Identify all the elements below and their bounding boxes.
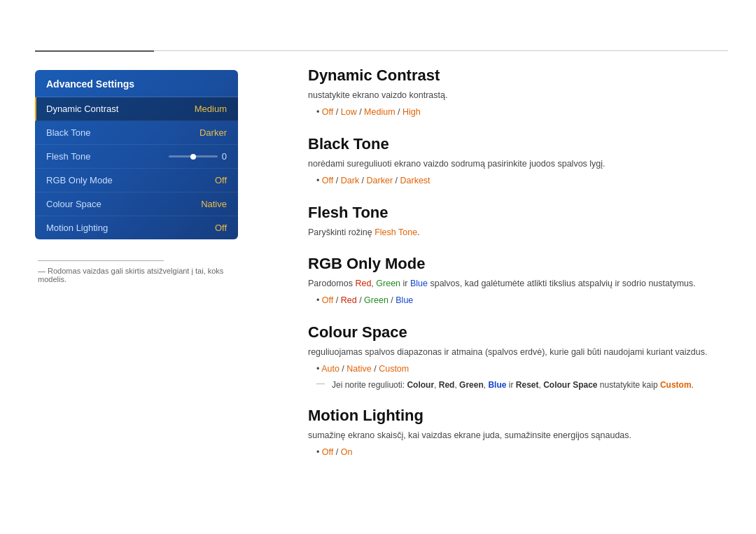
opt-on-ml: On [341, 447, 353, 457]
right-content: Dynamic Contrast nustatykite ekrano vaiz… [308, 66, 728, 475]
section-black-tone: Black Tone norėdami sureguliuoti ekrano … [308, 135, 728, 188]
section-desc-dynamic-contrast: nustatykite ekrano vaizdo kontrastą. [308, 89, 728, 102]
section-title-rgb-only-mode: RGB Only Mode [308, 255, 728, 273]
slider-thumb [190, 154, 196, 160]
section-motion-lighting: Motion Lighting sumažinę ekrano skaisčį,… [308, 407, 728, 460]
menu-item-colour-space[interactable]: Colour Space Native [35, 192, 238, 216]
note-text: — Rodomas vaizdas gali skirtis atsižvelg… [38, 267, 235, 283]
opt-low-dc: Low [341, 107, 357, 117]
note-divider [38, 260, 164, 261]
section-flesh-tone: Flesh Tone Paryškinti rožinę Flesh Tone. [308, 204, 728, 239]
opt-darkest-bt: Darkest [400, 176, 430, 185]
options-rgb-only-mode: Off / Red / Green / Blue [316, 293, 728, 308]
menu-item-black-tone[interactable]: Black Tone Darker [35, 121, 238, 145]
sub-note-dash: — [316, 379, 325, 388]
opt-blue-label: Blue [410, 279, 428, 288]
flesh-tone-value: 0 [222, 151, 227, 162]
item-name-flesh-tone: Flesh Tone [46, 151, 90, 162]
opt-high-dc: High [402, 107, 421, 117]
item-value-colour-space: Native [201, 199, 227, 209]
section-dynamic-contrast: Dynamic Contrast nustatykite ekrano vaiz… [308, 66, 728, 120]
slider-track [169, 155, 218, 157]
opt-native-cs: Native [346, 364, 371, 374]
section-desc-flesh-tone: Paryškinti rožinę Flesh Tone. [308, 226, 728, 239]
opt-off-rgb: Off [322, 295, 333, 305]
opt-green-rgb: Green [364, 295, 388, 305]
left-panel: Advanced Settings Dynamic Contrast Mediu… [35, 70, 238, 283]
opt-custom-cs: Custom [379, 364, 409, 374]
opt-darker-bt: Darker [367, 176, 393, 185]
item-value-motion-lighting: Off [215, 223, 227, 233]
section-title-colour-space: Colour Space [308, 323, 728, 342]
opt-auto-cs: Auto [321, 364, 340, 374]
top-divider-left [35, 50, 154, 52]
menu-item-flesh-tone[interactable]: Flesh Tone 0 [35, 145, 238, 169]
options-dynamic-contrast: Off / Low / Medium / High [316, 105, 728, 120]
advanced-settings-title: Advanced Settings [35, 70, 238, 97]
section-desc-motion-lighting: sumažinę ekrano skaisčį, kai vaizdas ekr… [308, 429, 728, 442]
opt-off-bt: Off [322, 176, 333, 185]
opt-medium-dc: Medium [364, 107, 395, 117]
opt-off-dc: Off [322, 107, 333, 117]
item-name-black-tone: Black Tone [46, 127, 90, 138]
section-title-black-tone: Black Tone [308, 135, 728, 153]
item-name-dynamic-contrast: Dynamic Contrast [46, 104, 118, 114]
opt-red-label: Red [355, 279, 371, 288]
section-title-dynamic-contrast: Dynamic Contrast [308, 66, 728, 85]
section-desc-black-tone: norėdami sureguliuoti ekrano vaizdo sodr… [308, 157, 728, 171]
item-name-rgb-only-mode: RGB Only Mode [46, 175, 113, 185]
section-title-flesh-tone: Flesh Tone [308, 204, 728, 222]
item-value-black-tone: Darker [200, 127, 227, 138]
options-black-tone: Off / Dark / Darker / Darkest [316, 174, 728, 188]
item-name-motion-lighting: Motion Lighting [46, 223, 108, 233]
section-rgb-only-mode: RGB Only Mode Parodomos Red, Green ir Bl… [308, 255, 728, 308]
note-section: — Rodomas vaizdas gali skirtis atsižvelg… [35, 260, 238, 283]
menu-item-dynamic-contrast[interactable]: Dynamic Contrast Medium [35, 97, 238, 121]
section-desc-rgb-only-mode: Parodomos Red, Green ir Blue spalvos, ka… [308, 277, 728, 290]
flesh-tone-slider[interactable]: 0 [169, 151, 227, 162]
section-colour-space: Colour Space reguliuojamas spalvos diapa… [308, 323, 728, 391]
item-value-dynamic-contrast: Medium [195, 104, 227, 114]
item-name-colour-space: Colour Space [46, 199, 102, 209]
options-colour-space: Auto / Native / Custom [316, 362, 728, 377]
opt-blue-rgb: Blue [396, 295, 413, 305]
opt-red-rgb: Red [341, 295, 357, 305]
sub-note-text-cs: Jei norite reguliuoti: Colour, Red, Gree… [332, 379, 694, 391]
flesh-tone-bold-label: Flesh Tone [374, 227, 417, 237]
sub-note-colour-space: — Jei norite reguliuoti: Colour, Red, Gr… [316, 379, 728, 391]
item-value-rgb-only-mode: Off [215, 175, 227, 185]
advanced-settings-box: Advanced Settings Dynamic Contrast Mediu… [35, 70, 238, 239]
section-title-motion-lighting: Motion Lighting [308, 407, 728, 425]
menu-item-rgb-only-mode[interactable]: RGB Only Mode Off [35, 169, 238, 192]
opt-dark-bt: Dark [341, 176, 359, 185]
section-desc-colour-space: reguliuojamas spalvos diapazonas ir atma… [308, 346, 728, 359]
opt-off-ml: Off [322, 447, 333, 457]
menu-item-motion-lighting[interactable]: Motion Lighting Off [35, 216, 238, 239]
opt-green-label: Green [376, 279, 400, 288]
options-motion-lighting: Off / On [316, 445, 728, 460]
